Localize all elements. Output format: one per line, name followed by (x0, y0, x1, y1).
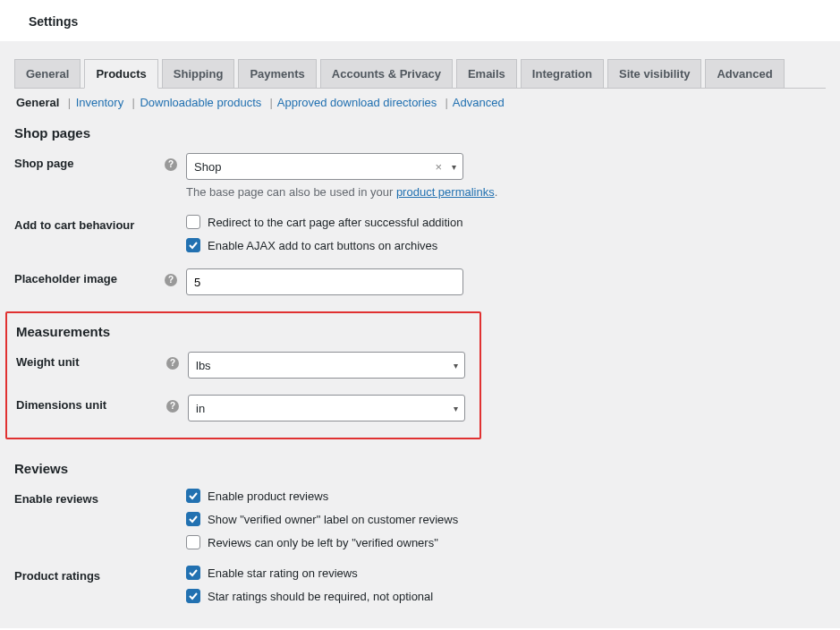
page-title: Settings (0, 0, 840, 41)
subtab-advanced[interactable]: Advanced (453, 96, 505, 109)
checkbox-only-verified[interactable] (186, 535, 200, 549)
placeholder-image-input[interactable] (186, 268, 463, 295)
row-dimensions-unit: Dimensions unit ? in ▾ (16, 395, 471, 421)
help-icon[interactable]: ? (165, 158, 177, 171)
checkbox-star-rating[interactable] (186, 566, 200, 580)
row-add-to-cart: Add to cart behaviour Redirect to the ca… (14, 215, 826, 252)
weight-unit-value: lbs (196, 359, 211, 372)
tab-shipping[interactable]: Shipping (162, 59, 235, 88)
tab-site-visibility[interactable]: Site visibility (607, 59, 701, 88)
weight-unit-select[interactable]: lbs ▾ (188, 352, 465, 379)
checkbox-enable-reviews-label: Enable product reviews (208, 490, 328, 503)
tab-payments[interactable]: Payments (238, 59, 316, 88)
row-placeholder-image: Placeholder image ? (14, 268, 826, 295)
tab-products[interactable]: Products (84, 59, 157, 89)
subtab-inventory[interactable]: Inventory (76, 96, 123, 109)
section-shop-pages-title: Shop pages (14, 125, 826, 140)
checkbox-show-verified[interactable] (186, 512, 200, 526)
label-shop-page: Shop page (14, 153, 165, 170)
help-icon[interactable]: ? (166, 400, 179, 413)
checkbox-show-verified-label: Show "verified owner" label on customer … (208, 513, 458, 526)
checkbox-redirect[interactable] (186, 215, 200, 229)
primary-tabs: General Products Shipping Payments Accou… (14, 59, 826, 89)
sub-tabs: General | Inventory | Downloadable produ… (14, 89, 826, 109)
row-enable-reviews: Enable reviews Enable product reviews Sh… (14, 489, 826, 549)
row-shop-page: Shop page ? Shop × ▾ The base page can a… (14, 153, 826, 199)
checkbox-redirect-label: Redirect to the cart page after successf… (208, 216, 462, 229)
label-weight-unit: Weight unit (16, 352, 166, 369)
clear-icon[interactable]: × (435, 160, 442, 174)
label-placeholder-image: Placeholder image (14, 268, 165, 285)
checkbox-only-verified-label: Reviews can only be left by "verified ow… (208, 536, 438, 549)
checkbox-star-required[interactable] (186, 589, 200, 603)
subtab-downloadable[interactable]: Downloadable products (140, 96, 261, 109)
label-product-ratings: Product ratings (14, 566, 165, 583)
tab-emails[interactable]: Emails (456, 59, 517, 88)
checkbox-ajax-label: Enable AJAX add to cart buttons on archi… (208, 239, 437, 252)
tab-integration[interactable]: Integration (521, 59, 604, 88)
checkbox-star-required-label: Star ratings should be required, not opt… (208, 590, 433, 603)
checkbox-enable-reviews[interactable] (186, 489, 200, 503)
product-permalinks-link[interactable]: product permalinks (396, 185, 495, 199)
subtab-approved-dirs[interactable]: Approved download directories (277, 96, 437, 109)
shop-page-select[interactable]: Shop × ▾ (186, 153, 463, 180)
shop-page-helper: The base page can also be used in your p… (186, 185, 826, 199)
checkbox-star-rating-label: Enable star rating on reviews (208, 566, 358, 580)
tab-accounts-privacy[interactable]: Accounts & Privacy (320, 59, 453, 88)
tab-advanced[interactable]: Advanced (705, 59, 784, 88)
shop-page-value: Shop (194, 160, 221, 174)
label-enable-reviews: Enable reviews (14, 489, 165, 506)
tab-general[interactable]: General (14, 59, 81, 88)
help-icon[interactable]: ? (166, 357, 179, 370)
section-measurements-title: Measurements (16, 324, 471, 339)
dimensions-unit-select[interactable]: in ▾ (188, 395, 465, 421)
measurements-highlight: Measurements Weight unit ? lbs ▾ Dimensi… (5, 311, 481, 439)
row-product-ratings: Product ratings Enable star rating on re… (14, 566, 826, 603)
row-weight-unit: Weight unit ? lbs ▾ (16, 352, 471, 379)
dimensions-unit-value: in (196, 402, 205, 415)
subtab-general[interactable]: General (16, 96, 59, 109)
checkbox-ajax[interactable] (186, 238, 200, 252)
label-add-to-cart: Add to cart behaviour (14, 215, 165, 232)
section-reviews-title: Reviews (14, 461, 826, 476)
label-dimensions-unit: Dimensions unit (16, 395, 166, 412)
content-area: General Products Shipping Payments Accou… (0, 41, 840, 628)
help-icon[interactable]: ? (165, 274, 177, 286)
